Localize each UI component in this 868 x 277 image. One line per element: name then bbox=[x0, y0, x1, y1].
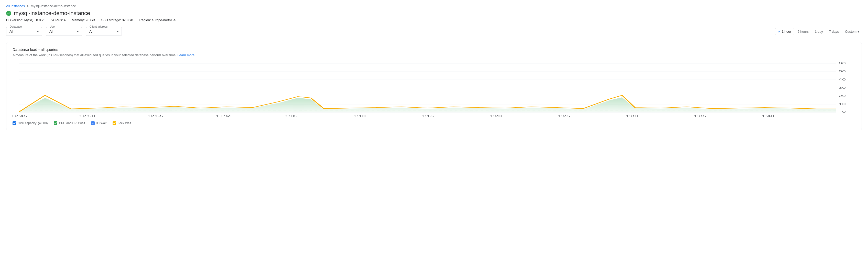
svg-text:1:25: 1:25 bbox=[557, 115, 570, 117]
meta-db-version: DB version: MySQL 8.0.26 bbox=[6, 18, 45, 22]
status-icon bbox=[6, 11, 11, 16]
svg-text:12:55: 12:55 bbox=[147, 115, 163, 117]
breadcrumb-parent-link[interactable]: All instances bbox=[6, 4, 25, 8]
svg-text:1:05: 1:05 bbox=[285, 115, 298, 117]
user-filter: User All bbox=[46, 27, 82, 36]
svg-text:0: 0 bbox=[842, 110, 846, 113]
time-btn-1hour[interactable]: ✓ 1 hour bbox=[775, 28, 794, 35]
svg-text:50: 50 bbox=[839, 70, 846, 73]
legend-cpu-wait: CPU and CPU wait bbox=[54, 122, 85, 125]
svg-text:1:30: 1:30 bbox=[625, 115, 638, 117]
database-select[interactable]: All bbox=[6, 27, 42, 36]
chart-subtitle: A measure of the work (in CPU-seconds) t… bbox=[12, 53, 856, 57]
instance-meta: DB version: MySQL 8.0.26 vCPUs: 4 Memory… bbox=[6, 18, 862, 22]
database-filter-label: Database bbox=[9, 25, 22, 28]
meta-memory: Memory: 26 GB bbox=[72, 18, 95, 22]
client-address-select[interactable]: All bbox=[86, 27, 122, 36]
legend-lock-wait-checkbox[interactable] bbox=[113, 122, 116, 125]
svg-text:40: 40 bbox=[839, 78, 846, 81]
svg-text:1 PM: 1 PM bbox=[216, 115, 231, 117]
chevron-down-icon: ▾ bbox=[858, 30, 859, 33]
meta-region: Region: europe-north1-a bbox=[139, 18, 176, 22]
time-btn-1day[interactable]: 1 day bbox=[812, 28, 826, 35]
legend-io-wait-checkbox[interactable] bbox=[91, 122, 95, 125]
legend-cpu-capacity: CPU capacity: (4.000) bbox=[12, 122, 48, 125]
page-title-row: mysql-instance-demo-instance bbox=[6, 10, 862, 16]
breadcrumb-current: mysql-instance-demo-instance bbox=[31, 4, 76, 8]
breadcrumb-separator: > bbox=[27, 4, 29, 8]
svg-text:1:15: 1:15 bbox=[421, 115, 434, 117]
chart-section: Database load - all queries A measure of… bbox=[6, 42, 862, 130]
database-filter: Database All bbox=[6, 27, 42, 36]
svg-text:10: 10 bbox=[839, 103, 846, 106]
svg-text:1:20: 1:20 bbox=[489, 115, 502, 117]
legend-cpu-capacity-checkbox[interactable] bbox=[12, 122, 16, 125]
time-btn-7days[interactable]: 7 days bbox=[827, 28, 841, 35]
chart-title: Database load - all queries bbox=[12, 47, 856, 51]
svg-text:1:35: 1:35 bbox=[693, 115, 706, 117]
breadcrumb: All instances > mysql-instance-demo-inst… bbox=[6, 4, 862, 8]
legend-io-wait: IO Wait bbox=[91, 122, 106, 125]
time-btn-custom[interactable]: Custom ▾ bbox=[842, 28, 862, 35]
chart-legend: CPU capacity: (4.000) CPU and CPU wait I… bbox=[12, 122, 856, 125]
svg-text:12:45: 12:45 bbox=[12, 115, 27, 117]
page-title: mysql-instance-demo-instance bbox=[14, 10, 90, 16]
meta-vcpus: vCPUs: 4 bbox=[52, 18, 65, 22]
learn-more-link[interactable]: Learn more bbox=[178, 53, 194, 57]
client-address-filter-label: Client address bbox=[89, 25, 108, 28]
legend-lock-wait: Lock Wait bbox=[113, 122, 131, 125]
chart-area: 60 50 40 30 20 10 0 bbox=[12, 62, 856, 118]
svg-text:1:10: 1:10 bbox=[353, 115, 366, 117]
svg-text:20: 20 bbox=[839, 95, 846, 97]
svg-text:1:40: 1:40 bbox=[762, 115, 774, 117]
user-select[interactable]: All bbox=[46, 27, 82, 36]
client-address-filter: Client address All bbox=[86, 27, 122, 36]
user-filter-label: User bbox=[49, 25, 56, 28]
svg-text:60: 60 bbox=[839, 62, 846, 65]
time-btn-6hours[interactable]: 6 hours bbox=[795, 28, 811, 35]
svg-text:30: 30 bbox=[839, 86, 846, 89]
time-range-controls: ✓ 1 hour 6 hours 1 day 7 days Custom ▾ bbox=[775, 28, 862, 35]
filters-row: Database All User All Client address All… bbox=[6, 27, 862, 36]
meta-storage: SSD storage: 320 GB bbox=[101, 18, 133, 22]
chart-svg: 60 50 40 30 20 10 0 bbox=[12, 62, 856, 118]
legend-cpu-wait-checkbox[interactable] bbox=[54, 122, 57, 125]
svg-text:12:50: 12:50 bbox=[79, 115, 95, 117]
